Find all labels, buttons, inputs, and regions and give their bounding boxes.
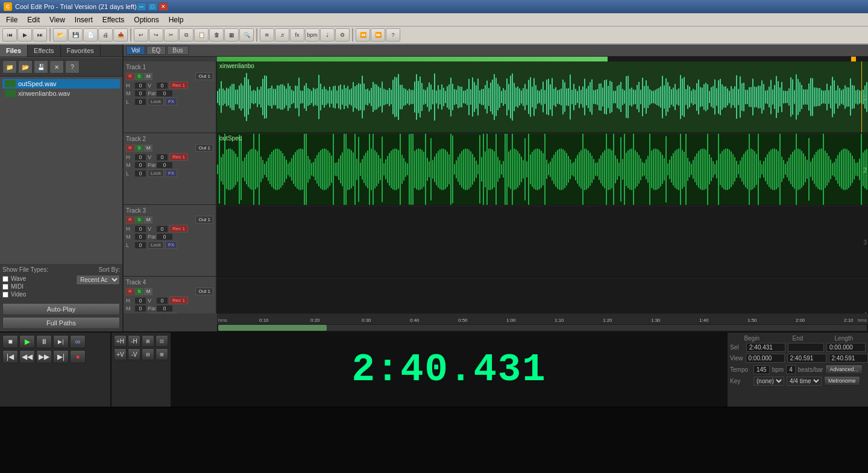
waveform-track-2[interactable]: outSped (217, 134, 868, 205)
tb-extra2-btn[interactable]: ⏩ (371, 28, 385, 42)
menu-file[interactable]: File (1, 13, 22, 26)
track-2-lock-btn[interactable]: Lock (148, 169, 164, 177)
time-sig-select[interactable]: 4/4 time (787, 377, 822, 386)
track-4-rec-btn[interactable]: Rec 1 (169, 296, 188, 304)
wave-checkbox[interactable] (2, 276, 8, 282)
tab-favorites[interactable]: Favorites (61, 45, 101, 57)
menu-edit[interactable]: Edit (22, 13, 45, 26)
key-select[interactable]: (none) (753, 377, 784, 386)
tb-stop-btn[interactable]: ⏭ (33, 28, 47, 42)
record-button[interactable]: ● (70, 350, 86, 363)
video-checkbox[interactable] (2, 292, 8, 298)
track-3-m-btn[interactable]: M (144, 216, 153, 224)
stop-button[interactable]: ■ (2, 335, 18, 348)
zoom-all-h-btn[interactable]: ⊞ (142, 335, 154, 347)
track-1-fx-btn[interactable]: FX (165, 98, 177, 105)
pause-button[interactable]: ⏸ (36, 335, 52, 348)
menu-help[interactable]: Help (164, 13, 189, 26)
tb-redo-btn[interactable]: ↪ (149, 28, 163, 42)
file-item-outsped[interactable]: outSped.wav (2, 79, 120, 89)
play-button[interactable]: ▶ (19, 335, 35, 348)
menu-effects[interactable]: Effects (98, 13, 129, 26)
track-1-rec-btn[interactable]: Rec 1 (169, 81, 188, 89)
lt-save-btn[interactable]: 💾 (34, 60, 48, 74)
tb-paste-btn[interactable]: 📋 (194, 28, 209, 42)
vol-tab[interactable]: Vol (126, 46, 145, 55)
to-start-button[interactable]: |◀ (2, 350, 18, 363)
loop-button[interactable]: ∞ (70, 335, 86, 348)
play-sel-button[interactable]: ▶| (53, 335, 69, 348)
tb-select-btn[interactable]: ▦ (224, 28, 239, 42)
track-4-out-btn[interactable]: Out 1 (195, 287, 213, 295)
tb-zoom-btn[interactable]: 🔍 (239, 28, 254, 42)
tb-copy-btn[interactable]: ⧉ (179, 28, 193, 42)
auto-play-button[interactable]: Auto-Play (2, 303, 120, 315)
zoom-all-v-btn[interactable]: ⊟ (142, 348, 154, 360)
tb-delete-btn[interactable]: 🗑 (209, 28, 224, 42)
zoom-out-v-btn[interactable]: -V (128, 348, 140, 360)
tab-files[interactable]: Files (0, 45, 28, 57)
track-4-r-btn[interactable]: R (126, 288, 134, 295)
track-1-r-btn[interactable]: R (126, 73, 134, 80)
tb-undo-btn[interactable]: ↩ (134, 28, 148, 42)
tb-fx4-btn[interactable]: bpm (305, 28, 319, 42)
zoom-sel-h-btn[interactable]: ⊡ (156, 335, 168, 347)
menu-options[interactable]: Options (129, 13, 163, 26)
lt-open-folder-btn[interactable]: 📂 (18, 60, 33, 74)
tb-fx2-btn[interactable]: ♬ (275, 28, 289, 42)
tb-save-btn[interactable]: 💾 (68, 28, 83, 42)
bus-tab[interactable]: Bus (167, 46, 188, 55)
eq-tab[interactable]: EQ (146, 46, 166, 55)
zoom-in-v-btn[interactable]: +V (114, 348, 127, 360)
file-item-xinwenlianbo[interactable]: xinwenlianbo.wav (2, 89, 120, 98)
close-button[interactable]: ✕ (159, 2, 168, 11)
tb-cut-btn[interactable]: ✂ (164, 28, 178, 42)
tb-fx3-btn[interactable]: fx (290, 28, 304, 42)
waveform-track-1[interactable]: xinwenlianbo (217, 61, 868, 133)
track-1-s-btn[interactable]: S (135, 73, 143, 80)
tb-play-btn[interactable]: ▶ (17, 28, 32, 42)
tb-rewind-btn[interactable]: ⏮ (2, 28, 17, 42)
tab-effects[interactable]: Effects (28, 45, 60, 57)
sort-select[interactable]: Recent Ac (76, 275, 120, 285)
lt-open-btn[interactable]: 📁 (2, 60, 17, 74)
track-2-s-btn[interactable]: S (135, 145, 143, 152)
tb-print-btn[interactable]: 🖨 (98, 28, 113, 42)
tb-new-btn[interactable]: 📄 (83, 28, 98, 42)
tb-fx1-btn[interactable]: ≋ (260, 28, 274, 42)
horizontal-scrollbar[interactable] (217, 324, 868, 331)
track-2-r-btn[interactable]: R (126, 145, 134, 152)
menu-view[interactable]: View (45, 13, 70, 26)
next-button[interactable]: ▶▶ (36, 350, 52, 363)
lt-delete-btn[interactable]: ✕ (49, 60, 64, 74)
track-1-lock-btn[interactable]: Lock (148, 98, 164, 105)
tb-extra1-btn[interactable]: ⏪ (356, 28, 370, 42)
track-2-out-btn[interactable]: Out 1 (195, 144, 213, 152)
track-4-lock-btn[interactable]: Lock (148, 313, 164, 313)
metronome-button[interactable]: Metronome (824, 376, 860, 386)
lt-help-btn[interactable]: ? (65, 60, 80, 74)
tb-help-btn[interactable]: ? (386, 28, 400, 42)
minimize-button[interactable]: ─ (137, 2, 146, 11)
advanced-button[interactable]: Advanced... (825, 365, 863, 374)
waveform-track-4[interactable] (217, 278, 868, 313)
zoom-sel-v-btn[interactable]: ⊞ (156, 348, 168, 360)
track-4-m-btn[interactable]: M (144, 288, 153, 295)
tb-open-btn[interactable]: 📂 (53, 28, 68, 42)
prev-button[interactable]: ◀◀ (19, 350, 35, 363)
waveform-track-3[interactable] (217, 206, 868, 278)
menu-insert[interactable]: Insert (70, 13, 98, 26)
track-2-m-btn[interactable]: M (144, 145, 153, 152)
track-4-s-btn[interactable]: S (135, 288, 143, 295)
track-3-lock-btn[interactable]: Lock (148, 241, 164, 249)
zoom-in-h-btn[interactable]: +H (114, 335, 127, 347)
track-3-fx-btn[interactable]: FX (165, 241, 177, 249)
track-3-out-btn[interactable]: Out 1 (195, 216, 213, 224)
tb-export-btn[interactable]: 📤 (113, 28, 128, 42)
tb-fx5-btn[interactable]: ♩ (320, 28, 335, 42)
tb-fx6-btn[interactable]: ⚙ (335, 28, 350, 42)
to-end-button[interactable]: ▶| (53, 350, 69, 363)
track-4-fx-btn[interactable]: FX (165, 313, 177, 313)
track-3-s-btn[interactable]: S (135, 216, 143, 224)
midi-checkbox[interactable] (2, 284, 8, 290)
